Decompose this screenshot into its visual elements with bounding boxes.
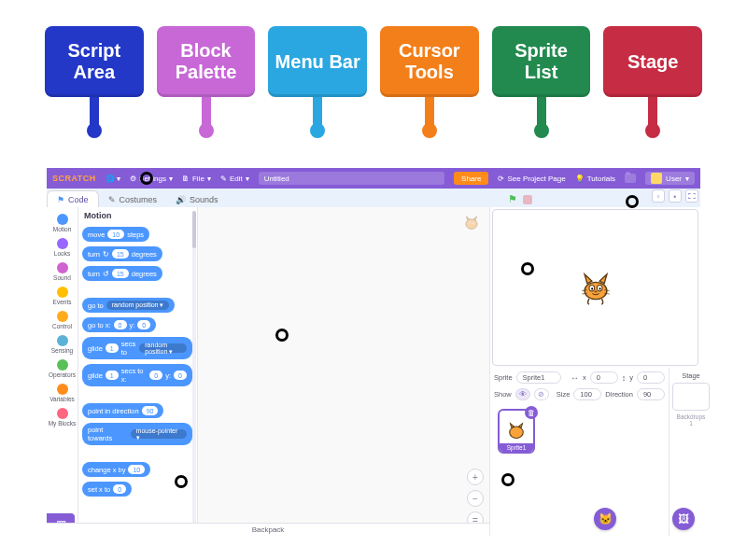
block-goto-xy[interactable]: go to x: 0 y: 0	[82, 317, 156, 332]
block-change-x-by[interactable]: change x by 10	[82, 462, 150, 477]
callout-label: Stage	[603, 26, 702, 97]
stage-large-button[interactable]: ▪	[669, 189, 682, 203]
dropdown[interactable]: mouse-pointer ▾	[131, 429, 187, 439]
edit-menu[interactable]: ✎ Edit ▾	[220, 175, 249, 183]
dropdown[interactable]: random position ▾	[139, 343, 187, 353]
category-label: Events	[53, 299, 72, 305]
draggable-marker[interactable]	[175, 475, 188, 488]
callout-menu-bar[interactable]: Menu Bar	[268, 26, 367, 138]
category-operators[interactable]: Operators	[47, 357, 78, 381]
slot[interactable]: 0	[114, 320, 127, 329]
tutorials-button[interactable]: 💡 Tutorials	[575, 175, 615, 183]
tutorials-label: Tutorials	[587, 175, 615, 183]
draggable-marker[interactable]	[521, 262, 534, 275]
callout-cursor-tools[interactable]: Cursor Tools	[380, 26, 479, 138]
callout-sprite-list[interactable]: Sprite List	[492, 26, 591, 138]
category-looks[interactable]: Looks	[47, 235, 78, 259]
costumes-icon: ✎	[108, 195, 116, 204]
draggable-marker[interactable]	[275, 329, 289, 342]
zoom-out-button[interactable]: −	[467, 490, 484, 507]
folder-icon[interactable]	[625, 174, 636, 183]
stage-small-button[interactable]: ▫	[652, 189, 665, 203]
slot[interactable]: 0	[137, 320, 150, 329]
callout-script-area[interactable]: Script Area	[45, 26, 144, 138]
category-my-blocks[interactable]: My Blocks	[47, 405, 78, 429]
stage-thumbnail[interactable]	[672, 383, 710, 411]
share-button[interactable]: Share	[454, 172, 488, 185]
tab-code-label: Code	[68, 195, 89, 204]
slot[interactable]: 1	[106, 371, 119, 380]
block-goto-random[interactable]: go to random position ▾	[82, 298, 175, 313]
palette-scrollbar[interactable]	[192, 211, 196, 532]
add-sprite-button[interactable]: 🐱	[594, 508, 616, 530]
draggable-marker[interactable]	[626, 195, 639, 208]
palette-scroll-thumb[interactable]	[192, 211, 196, 248]
category-label: My Blocks	[49, 420, 77, 427]
block-point-direction[interactable]: point in direction 90	[82, 403, 163, 418]
slot[interactable]: 10	[107, 230, 124, 239]
dropdown[interactable]: random position ▾	[106, 301, 170, 310]
tab-sounds[interactable]: 🔊Sounds	[166, 191, 228, 207]
slot[interactable]: 0	[149, 371, 162, 380]
slot[interactable]: 1	[106, 343, 119, 353]
sprite-y-input[interactable]: 0	[637, 371, 665, 384]
fullscreen-button[interactable]: ⛶	[685, 189, 698, 203]
category-label: Variables	[49, 396, 75, 402]
block-move-steps[interactable]: move 10 steps	[82, 227, 149, 242]
callout-block-palette[interactable]: Block Palette	[157, 26, 256, 138]
category-motion[interactable]: Motion	[47, 211, 78, 235]
callout-stage[interactable]: Stage	[603, 26, 702, 138]
brand-logo[interactable]: SCRATCH	[52, 174, 96, 183]
language-button[interactable]: 🌐 ▾	[106, 175, 120, 183]
category-variables[interactable]: Variables	[47, 381, 78, 405]
sprite-name-input[interactable]: Sprite1	[516, 371, 561, 384]
block-glide-xy[interactable]: glide 1 secs to x: 0 y: 0	[82, 364, 192, 386]
category-events[interactable]: Events	[47, 284, 78, 308]
svg-point-4	[473, 223, 474, 224]
scratch-cat-sprite[interactable]	[576, 268, 615, 307]
delete-sprite-button[interactable]: 🗑	[525, 406, 538, 419]
stop-button[interactable]	[523, 195, 532, 204]
category-dot	[57, 214, 68, 225]
project-title-input[interactable]: Untitled	[259, 172, 444, 185]
backpack-drawer[interactable]: Backpack	[47, 523, 489, 536]
slot[interactable]: 0	[174, 371, 187, 380]
zoom-in-button[interactable]: +	[467, 469, 484, 485]
sprite-thumbnail[interactable]: 🗑 Sprite1	[498, 409, 535, 454]
category-label: Operators	[49, 371, 76, 378]
tab-costumes[interactable]: ✎Costumes	[99, 191, 167, 207]
file-menu[interactable]: 🗎 File ▾	[182, 175, 211, 183]
zoom-controls: + − =	[467, 469, 484, 528]
slot[interactable]: 90	[142, 406, 159, 415]
script-area[interactable]: + − =	[198, 207, 489, 536]
block-turn-ccw[interactable]: turn 15 degrees	[82, 266, 162, 281]
category-dot	[57, 262, 68, 273]
slot[interactable]: 0	[113, 484, 126, 494]
slot[interactable]: 15	[112, 249, 129, 259]
green-flag-button[interactable]: ⚑	[508, 193, 517, 205]
block-glide-random[interactable]: glide 1 secs to random position ▾	[82, 337, 192, 359]
show-visible-button[interactable]: 👁	[515, 388, 530, 400]
draggable-marker[interactable]	[501, 473, 514, 486]
block-set-x-to[interactable]: set x to 0	[82, 482, 132, 497]
show-hidden-button[interactable]: ⊘	[534, 388, 549, 400]
t: change x by	[88, 466, 125, 474]
sprite-size-input[interactable]: 100	[573, 388, 601, 400]
category-sensing[interactable]: Sensing	[47, 332, 78, 357]
add-backdrop-button[interactable]: 🖼	[672, 508, 695, 530]
sprite-direction-input[interactable]: 90	[637, 388, 665, 400]
stage[interactable]	[492, 209, 698, 366]
category-sound[interactable]: Sound	[47, 259, 78, 284]
tab-code[interactable]: ⚑Code	[47, 190, 99, 207]
sprite-x-input[interactable]: 0	[590, 371, 618, 384]
see-project-page[interactable]: ⟳ See Project Page	[498, 175, 565, 183]
block-turn-cw[interactable]: turn 15 degrees	[82, 246, 162, 261]
user-menu[interactable]: User ▾	[645, 172, 695, 185]
tab-costumes-label: Costumes	[120, 195, 158, 204]
draggable-marker[interactable]	[140, 172, 153, 185]
slot[interactable]: 10	[128, 465, 145, 474]
category-control[interactable]: Control	[47, 308, 78, 332]
block-point-towards[interactable]: point towards mouse-pointer ▾	[82, 423, 192, 445]
slot[interactable]: 15	[112, 269, 129, 278]
category-dot	[57, 311, 68, 322]
